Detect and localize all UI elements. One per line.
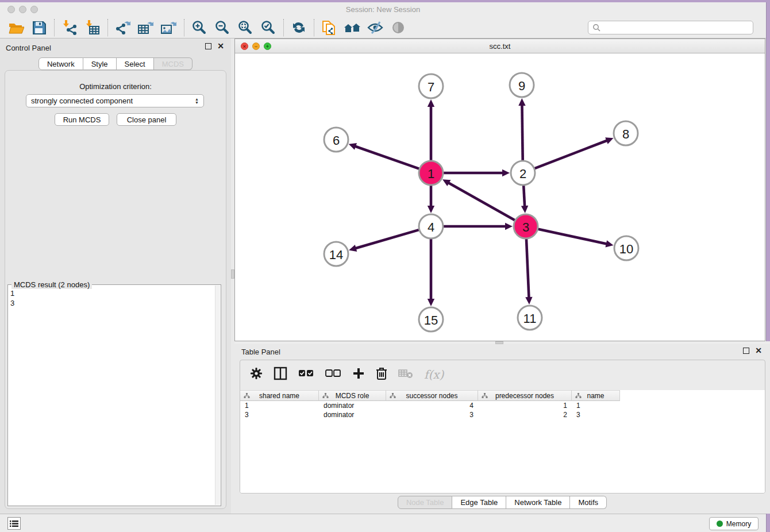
export-table-icon[interactable] <box>134 18 157 37</box>
select-stepper-icon: ▲▼ <box>195 98 199 104</box>
delete-column-icon[interactable] <box>376 367 387 383</box>
table-toolbar: f(x) <box>240 360 765 388</box>
float-table-panel-icon[interactable] <box>743 348 749 354</box>
edge-2-3[interactable] <box>523 186 525 207</box>
node-label-6: 6 <box>333 133 340 148</box>
arrowhead-1-6 <box>349 143 357 150</box>
network-title: scc.txt <box>235 42 765 51</box>
arrowhead-2-3 <box>521 206 528 213</box>
column-header-predecessor-nodes[interactable]: predecessor nodes <box>478 390 572 401</box>
edge-2-9[interactable] <box>522 105 522 160</box>
search-field[interactable] <box>588 21 753 34</box>
column-header-shared-name[interactable]: shared name <box>240 390 319 401</box>
edge-3-11[interactable] <box>526 239 529 298</box>
memory-status-icon <box>717 521 723 527</box>
tab-motifs[interactable]: Motifs <box>570 496 607 509</box>
edge-3-1[interactable] <box>448 183 515 221</box>
hide-selected-icon[interactable] <box>364 18 387 37</box>
mcds-result-text[interactable]: 1 3 <box>10 288 213 503</box>
cell-name[interactable]: 3 <box>572 410 620 419</box>
network-graph[interactable]: 1234678910111415 <box>235 53 765 341</box>
table-settings-gear-icon[interactable] <box>250 367 263 382</box>
cell-predecessor-nodes[interactable]: 2 <box>478 410 572 419</box>
arrowhead-3-10 <box>606 240 614 247</box>
show-column-panel-icon[interactable] <box>274 367 287 383</box>
edge-4-14[interactable] <box>355 230 419 248</box>
run-mcds-button[interactable]: Run MCDS <box>55 113 109 126</box>
cell-predecessor-nodes[interactable]: 1 <box>478 401 572 410</box>
zoom-fit-icon[interactable] <box>234 18 257 37</box>
node-label-15: 15 <box>424 313 438 327</box>
clone-network-icon[interactable] <box>318 18 341 37</box>
search-input[interactable] <box>601 24 753 32</box>
arrowhead-4-3 <box>505 223 513 230</box>
node-label-3: 3 <box>522 220 529 234</box>
import-network-icon[interactable] <box>58 18 81 37</box>
memory-button[interactable]: Memory <box>709 517 759 530</box>
add-column-icon[interactable] <box>352 367 365 382</box>
delete-table-disabled-icon <box>398 368 413 381</box>
first-neighbors-icon[interactable] <box>341 18 364 37</box>
network-canvas[interactable]: 1234678910111415 <box>235 53 765 341</box>
column-header-MCDS-role[interactable]: MCDS role <box>319 390 386 401</box>
edge-1-6[interactable] <box>355 146 419 168</box>
table-row[interactable]: 1dominator411 <box>240 401 765 410</box>
tab-mcds[interactable]: MCDS <box>154 57 192 70</box>
export-image-icon[interactable] <box>157 18 180 37</box>
tab-select[interactable]: Select <box>117 57 154 70</box>
cell-shared-name[interactable]: 3 <box>240 410 319 419</box>
arrowhead-1-4 <box>428 206 434 213</box>
deselect-all-columns-icon[interactable] <box>325 369 341 380</box>
close-table-panel-icon[interactable]: ✕ <box>755 348 762 354</box>
column-label: predecessor nodes <box>495 392 554 400</box>
close-panel-button[interactable]: Close panel <box>117 113 176 126</box>
tab-node-table[interactable]: Node Table <box>398 496 453 509</box>
export-network-icon[interactable] <box>111 18 134 37</box>
import-table-icon[interactable] <box>81 18 104 37</box>
arrowhead-1-2 <box>502 169 510 176</box>
edge-2-8[interactable] <box>535 140 608 168</box>
tab-style[interactable]: Style <box>83 57 117 70</box>
column-header-successor-nodes[interactable]: successor nodes <box>386 390 478 401</box>
table-panel-title: Table Panel <box>241 348 280 356</box>
node-label-1: 1 <box>428 167 434 181</box>
cell-successor-nodes[interactable]: 3 <box>386 410 478 419</box>
column-label: shared name <box>259 392 299 400</box>
toolbar-separator <box>107 19 108 36</box>
table-row[interactable]: 3dominator323 <box>240 410 765 419</box>
cell-MCDS-role[interactable]: dominator <box>319 401 386 410</box>
cell-MCDS-role[interactable]: dominator <box>319 410 386 419</box>
tab-network-table[interactable]: Network Table <box>506 496 570 509</box>
node-table[interactable]: shared nameMCDS rolesuccessor nodesprede… <box>240 390 765 493</box>
node-label-9: 9 <box>518 79 525 93</box>
arrowhead-4-15 <box>428 299 434 306</box>
float-panel-icon[interactable] <box>205 43 211 49</box>
column-header-filler <box>620 390 765 401</box>
close-panel-icon[interactable]: ✕ <box>217 43 224 49</box>
search-icon <box>592 24 601 32</box>
optimization-criterion-label: Optimization criterion: <box>5 82 226 91</box>
cell-name[interactable]: 1 <box>572 401 620 410</box>
column-header-name[interactable]: name <box>572 390 620 401</box>
tab-network[interactable]: Network <box>38 57 83 70</box>
tab-edge-table[interactable]: Edge Table <box>452 496 506 509</box>
node-label-2: 2 <box>519 167 526 181</box>
status-bar: Memory <box>0 514 766 532</box>
column-label: successor nodes <box>406 392 457 400</box>
open-file-icon[interactable] <box>5 18 28 37</box>
zoom-in-icon[interactable] <box>188 18 211 37</box>
node-label-7: 7 <box>428 80 434 94</box>
zoom-out-icon[interactable] <box>211 18 234 37</box>
table-header-row: shared nameMCDS rolesuccessor nodesprede… <box>240 390 765 401</box>
cell-successor-nodes[interactable]: 4 <box>386 401 478 410</box>
optimization-criterion-select[interactable]: strongly connected component ▲▼ <box>26 94 204 107</box>
cell-shared-name[interactable]: 1 <box>240 401 319 410</box>
edge-3-10[interactable] <box>538 229 607 244</box>
network-frame-titlebar[interactable]: × − + scc.txt <box>235 39 765 53</box>
select-all-columns-icon[interactable] <box>298 369 314 380</box>
refresh-view-icon[interactable] <box>287 18 310 37</box>
task-history-button[interactable] <box>7 517 21 530</box>
zoom-selected-icon[interactable] <box>257 18 280 37</box>
save-session-icon[interactable] <box>28 18 51 37</box>
result-scrollbar[interactable] <box>215 286 220 505</box>
